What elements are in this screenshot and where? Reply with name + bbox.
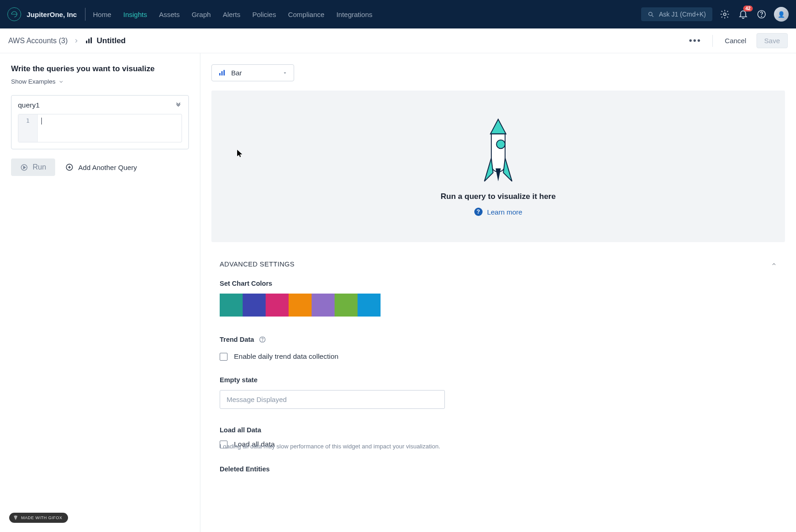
- viz-type-label: Bar: [231, 69, 242, 77]
- breadcrumb[interactable]: AWS Accounts (3): [8, 37, 68, 45]
- gear-icon: [720, 9, 730, 19]
- chevron-down-icon: [58, 79, 64, 85]
- add-query-label: Add Another Query: [78, 164, 137, 171]
- trend-checkbox-row: Enable daily trend data collection: [220, 352, 777, 361]
- color-swatch[interactable]: [243, 294, 266, 317]
- help-button[interactable]: [756, 8, 768, 20]
- chevron-up-icon: [771, 261, 777, 267]
- help-icon: [756, 9, 767, 19]
- nav-alerts[interactable]: Alerts: [223, 11, 240, 18]
- color-swatch[interactable]: [266, 294, 289, 317]
- avatar[interactable]: 👤: [774, 7, 789, 22]
- load-all-hint: Loading all data may slow performance of…: [220, 443, 777, 450]
- info-icon[interactable]: [259, 336, 266, 343]
- learn-more-link[interactable]: ? Learn more: [474, 208, 523, 216]
- query-card-header: query1: [18, 101, 182, 109]
- show-examples-label: Show Examples: [11, 78, 56, 85]
- viz-type-select[interactable]: Bar: [211, 64, 294, 81]
- query-editor[interactable]: 1: [18, 114, 182, 142]
- editor-gutter: 1: [18, 114, 38, 142]
- svg-line-1: [652, 15, 653, 17]
- nav-home[interactable]: Home: [93, 11, 111, 18]
- main-nav: Home Insights Assets Graph Alerts Polici…: [93, 11, 372, 18]
- subheader: AWS Accounts (3) Untitled ••• Cancel Sav…: [0, 28, 796, 53]
- gifox-badge: MADE WITH GIFOX: [9, 513, 68, 523]
- svg-rect-6: [88, 39, 90, 43]
- preview-empty-text: Run a query to visualize it here: [441, 192, 556, 201]
- color-swatch[interactable]: [220, 294, 243, 317]
- rocket-icon: [481, 117, 516, 186]
- nav-integrations[interactable]: Integrations: [336, 11, 372, 18]
- cancel-button[interactable]: Cancel: [720, 34, 751, 47]
- save-button[interactable]: Save: [756, 33, 788, 48]
- subheader-actions: ••• Cancel Save: [685, 33, 788, 48]
- nav-graph[interactable]: Graph: [192, 11, 211, 18]
- notification-badge: 42: [743, 6, 753, 11]
- trend-checkbox[interactable]: [220, 353, 227, 361]
- search-button[interactable]: Ask J1 (Cmd+K): [641, 7, 712, 21]
- add-query-button[interactable]: Add Another Query: [65, 163, 137, 171]
- caret-down-icon: [283, 71, 287, 75]
- trend-data-row: Trend Data: [220, 336, 777, 343]
- editor-input[interactable]: [38, 114, 182, 142]
- svg-point-2: [723, 13, 726, 16]
- main: Write the queries you want to visualize …: [0, 53, 796, 532]
- svg-rect-7: [91, 37, 92, 43]
- advanced-settings-toggle[interactable]: ADVANCED SETTINGS: [220, 260, 777, 268]
- settings-button[interactable]: [719, 8, 731, 20]
- svg-point-0: [648, 12, 652, 16]
- empty-state-input[interactable]: [220, 390, 445, 409]
- cursor-icon: [237, 150, 243, 157]
- query-panel: Write the queries you want to visualize …: [0, 53, 200, 532]
- chevron-right-icon: [74, 37, 79, 45]
- svg-rect-11: [222, 71, 223, 75]
- trend-data-label: Trend Data: [220, 336, 254, 343]
- collapse-icon[interactable]: [175, 102, 182, 109]
- bar-chart-icon: [218, 69, 226, 77]
- preview-area: Run a query to visualize it here ? Learn…: [211, 91, 785, 242]
- query-actions: Run Add Another Query: [11, 158, 189, 176]
- search-icon: [648, 11, 654, 18]
- query-panel-heading: Write the queries you want to visualize: [11, 64, 189, 74]
- svg-rect-10: [219, 73, 221, 75]
- org-name: JupiterOne, Inc: [27, 11, 77, 18]
- color-swatch[interactable]: [289, 294, 312, 317]
- nav-insights[interactable]: Insights: [123, 11, 147, 18]
- divider: [712, 35, 713, 47]
- gifox-icon: [13, 515, 18, 521]
- color-swatch[interactable]: [358, 294, 381, 317]
- question-mark-icon: ?: [474, 208, 483, 216]
- trend-checkbox-label: Enable daily trend data collection: [234, 352, 338, 361]
- advanced-settings: ADVANCED SETTINGS Set Chart Colors Trend…: [211, 260, 785, 473]
- logo-icon: [7, 7, 21, 21]
- brand-block: JupiterOne, Inc: [7, 7, 85, 21]
- run-button[interactable]: Run: [11, 158, 55, 176]
- search-placeholder-text: Ask J1 (Cmd+K): [659, 11, 706, 18]
- svg-point-4: [761, 16, 762, 17]
- page-title: Untitled: [97, 36, 125, 45]
- color-swatch[interactable]: [335, 294, 358, 317]
- play-icon: [20, 164, 28, 171]
- nav-assets[interactable]: Assets: [159, 11, 180, 18]
- query-name: query1: [18, 101, 40, 109]
- visualization-panel: Bar Run a query to visualize it here ? L…: [200, 53, 796, 532]
- svg-rect-5: [86, 41, 87, 44]
- topbar-right: Ask J1 (Cmd+K) 42 👤: [641, 7, 789, 22]
- topbar: JupiterOne, Inc Home Insights Assets Gra…: [0, 0, 796, 28]
- nav-compliance[interactable]: Compliance: [288, 11, 324, 18]
- nav-policies[interactable]: Policies: [252, 11, 276, 18]
- advanced-settings-label: ADVANCED SETTINGS: [220, 260, 295, 268]
- bar-chart-icon: [85, 37, 93, 45]
- learn-more-label: Learn more: [487, 208, 523, 216]
- show-examples-toggle[interactable]: Show Examples: [11, 78, 64, 85]
- plus-circle-icon: [65, 163, 74, 171]
- color-swatches: [220, 294, 777, 317]
- more-menu-button[interactable]: •••: [685, 35, 705, 46]
- color-swatch[interactable]: [312, 294, 335, 317]
- svg-point-13: [496, 140, 505, 149]
- gifox-label: MADE WITH GIFOX: [21, 515, 63, 520]
- load-all-label: Load all Data: [220, 426, 777, 434]
- divider: [85, 8, 85, 21]
- notifications-button[interactable]: 42: [737, 8, 749, 20]
- deleted-entities-label: Deleted Entities: [220, 465, 777, 473]
